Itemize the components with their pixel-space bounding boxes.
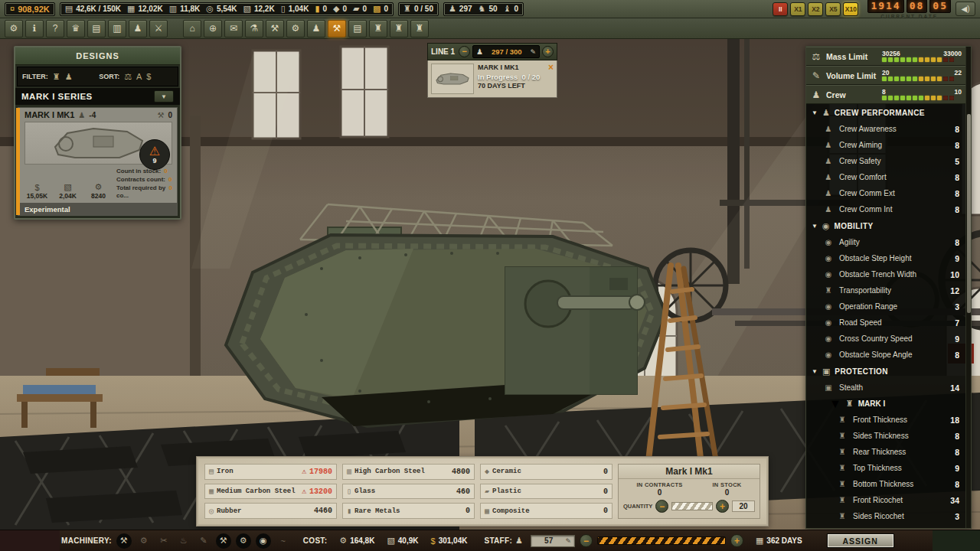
machine-saw-icon[interactable]: ◉ [256, 533, 271, 549]
tank-battle-button[interactable]: ♜ [410, 20, 429, 37]
filter-role-icon[interactable]: ♟ [65, 72, 73, 82]
required-value: 0 [169, 184, 172, 200]
caret-down-icon: ▼ [812, 223, 818, 230]
edit-workers-icon[interactable]: ✎ [530, 48, 536, 56]
crew-icon: ♟ [810, 90, 822, 100]
pause-button[interactable]: II [773, 2, 788, 16]
military-button[interactable]: ⚔ [149, 20, 168, 37]
plastic-icon: ▰ [353, 5, 359, 13]
glass-icon: ▯ [281, 5, 286, 13]
filter-label: FILTER: [22, 73, 48, 80]
settings-button[interactable]: ⚙ [5, 20, 23, 37]
world-map-button[interactable]: ⊕ [204, 20, 222, 37]
crew-stat-icon: ♟ [823, 125, 834, 133]
staff-plus-button[interactable]: + [730, 534, 743, 547]
tank-stock-button[interactable]: ♜ [369, 20, 387, 37]
machine-stamper-icon[interactable]: ⚙ [236, 533, 251, 549]
machine-paint-icon[interactable]: ✎ [196, 533, 211, 549]
cost-money-icon: $ [34, 183, 39, 192]
scrollbar-thumb[interactable] [967, 114, 971, 313]
cost-steel: 2,04K [59, 192, 77, 200]
stat-row: ◉Operation Range3 [806, 298, 965, 315]
machine-press-icon[interactable]: ⚒ [216, 533, 231, 549]
bottom-right-strip [933, 530, 980, 551]
volume-limit-row: ✎ Volume Limit 2022 [806, 66, 965, 85]
cancel-order-button[interactable]: × [548, 63, 554, 72]
research-button[interactable]: ⚗ [245, 20, 263, 37]
wheel-icon: ◉ [823, 270, 834, 279]
research-icon: ⚗ [250, 23, 259, 34]
stats-scrollbar[interactable] [965, 47, 971, 528]
help-button[interactable]: ? [46, 20, 64, 37]
armor-icon: ♜ [837, 464, 848, 472]
shield-icon: ▣ [822, 367, 830, 377]
speed-x1-button[interactable]: X1 [790, 2, 805, 16]
staff-input[interactable] [534, 536, 563, 545]
in-contracts-value: 0 [658, 488, 662, 497]
assign-button[interactable]: ASSIGN [827, 533, 894, 548]
add-worker-button[interactable]: + [542, 46, 554, 57]
design-bureau-button[interactable]: ⚒ [266, 20, 284, 37]
crew-delta: -4 [89, 111, 96, 119]
machine-drill-press-icon[interactable]: ⚒ [116, 533, 132, 549]
machine-grinder-icon[interactable]: ✂ [156, 533, 172, 549]
date-month: 08 [906, 0, 928, 13]
design-card-mark1[interactable]: MARK I MK1 ♟ -4 ⚒ 0 ⚠ 9 $15,05K [18, 107, 178, 216]
staff-minus-button[interactable]: − [580, 534, 593, 547]
cost-parts: 8240 [91, 192, 106, 200]
machine-spring-icon[interactable]: ~ [276, 533, 291, 549]
wheel-icon: ◉ [823, 302, 834, 311]
reports-button[interactable]: ▥ [108, 20, 126, 37]
wheel-icon: ◉ [822, 221, 830, 231]
section-protection[interactable]: ▼ ▣ PROTECTION [806, 363, 965, 380]
info-button[interactable]: ℹ [25, 20, 44, 37]
stat-row: ♜Sides Ricochet3 [806, 508, 965, 524]
speed-x10-button[interactable]: X10 [843, 2, 858, 16]
tank-shield-icon: ♜ [395, 23, 403, 34]
news-button[interactable]: ▤ [87, 20, 106, 37]
machine-furnace-icon[interactable]: ♨ [176, 533, 191, 549]
filter-type-icon[interactable]: ♜ [53, 72, 60, 82]
staff-button[interactable]: ♟ [307, 20, 325, 37]
line-order[interactable]: MARK I MK1 In Progress 0 / 20 70 DAYS LE… [427, 60, 557, 98]
sort-alpha-icon[interactable]: A [136, 72, 142, 81]
high-carbon-steel-icon: ▥ [347, 467, 351, 476]
documents-icon: ▥ [113, 23, 121, 34]
factory-button[interactable]: ⌂ [183, 20, 201, 37]
wheel-icon: ◉ [823, 318, 834, 327]
sort-cost-icon[interactable]: $ [146, 72, 151, 81]
section-mobility[interactable]: ▼ ◉ MOBILITY [806, 217, 965, 234]
production-button[interactable]: ⚒ [328, 20, 346, 37]
warehouse-button[interactable]: ▤ [348, 20, 367, 37]
speed-x2-button[interactable]: X2 [808, 2, 823, 16]
series-header[interactable]: MARK I SERIES ▼ [15, 88, 180, 105]
crew-stat-icon: ♟ [823, 173, 834, 181]
staff-slider[interactable] [597, 536, 726, 545]
tank-defense-button[interactable]: ♜ [390, 20, 408, 37]
volume-limit-max: 22 [955, 70, 962, 77]
iron-value: 42,6K / 150K [76, 5, 121, 13]
upgrades-button[interactable]: ⚙ [286, 20, 305, 37]
quantity-minus-button[interactable]: − [655, 500, 668, 513]
sort-weight-icon[interactable]: ⚖ [124, 72, 132, 82]
contracts-button[interactable]: ✉ [224, 20, 243, 37]
designs-title: DESIGNS [15, 47, 180, 65]
section-crew-performance[interactable]: ▼ ♟ CREW PERFORMANCE [806, 104, 965, 121]
glass-value: 1,04K [289, 5, 309, 13]
quantity-plus-button[interactable]: + [716, 500, 729, 513]
calendar-icon: ▦ [756, 536, 763, 546]
quantity-slider[interactable] [671, 502, 713, 510]
edit-icon[interactable]: ✎ [565, 537, 571, 545]
subsection-mark1[interactable]: ▼ ♜ MARK I [806, 396, 965, 412]
machine-lathe-icon[interactable]: ⚙ [136, 533, 152, 549]
armor-icon: ♜ [837, 432, 848, 440]
speed-controls: II X1 X2 X5 X10 [773, 2, 858, 16]
speed-x5-button[interactable]: X5 [825, 2, 841, 16]
achievements-button[interactable]: ♛ [67, 20, 85, 37]
tank-icon: ♜ [403, 5, 411, 13]
announcements-button[interactable]: ◀) [956, 2, 975, 16]
wrenches-icon: ⚒ [271, 23, 279, 34]
series-collapse-button[interactable]: ▼ [154, 90, 174, 103]
agents-button[interactable]: ♟ [129, 20, 147, 37]
remove-worker-button[interactable]: − [459, 46, 470, 57]
